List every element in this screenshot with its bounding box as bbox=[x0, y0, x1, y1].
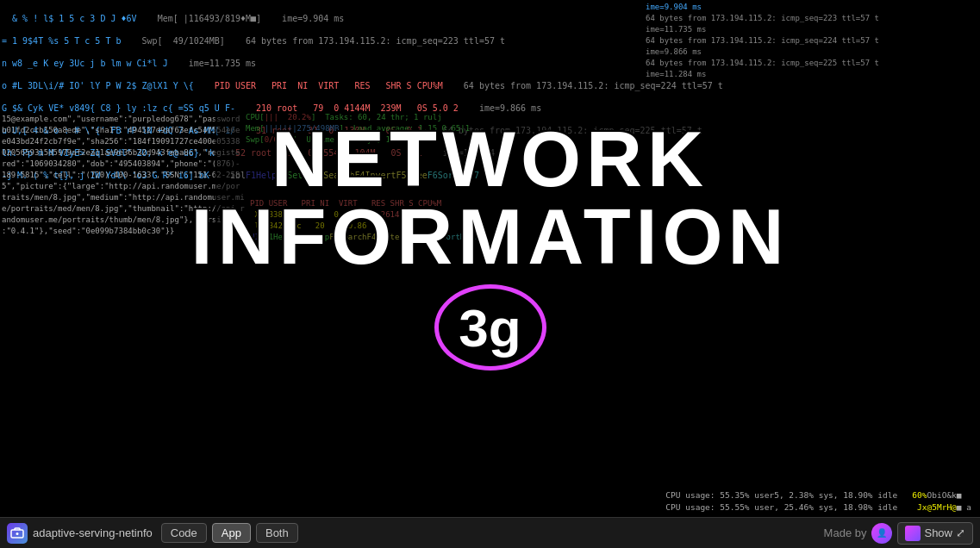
badge-label: 3g bbox=[459, 297, 521, 358]
bottom-bar: adaptive-serving-netinfo Code App Both M… bbox=[0, 517, 980, 548]
app-name: adaptive-serving-netinfo bbox=[33, 526, 153, 539]
show-icon bbox=[905, 526, 921, 541]
made-by-section: Made by 👤 Show ⤢ bbox=[824, 522, 973, 545]
expand-icon: ⤢ bbox=[956, 526, 965, 539]
show-label: Show bbox=[924, 526, 952, 539]
network-badge: 3g bbox=[434, 284, 546, 371]
avatar: 👤 bbox=[871, 523, 892, 544]
tab-both[interactable]: Both bbox=[256, 523, 298, 543]
tab-app[interactable]: App bbox=[212, 523, 251, 543]
svg-point-1 bbox=[16, 532, 19, 535]
app-icon bbox=[7, 523, 28, 544]
cpu-usage: CPU usage: 55.35% user5, 2.38% sys, 18.9… bbox=[665, 489, 971, 514]
terminal-right: ime=9.904 ms 64 bytes from 173.194.115.2… bbox=[644, 0, 980, 82]
tab-code[interactable]: Code bbox=[161, 523, 207, 543]
show-button[interactable]: Show ⤢ bbox=[897, 522, 973, 545]
made-by-label: Made by bbox=[824, 526, 867, 539]
terminal-left: 15@example.com","username":"purpledog678… bbox=[0, 112, 250, 239]
